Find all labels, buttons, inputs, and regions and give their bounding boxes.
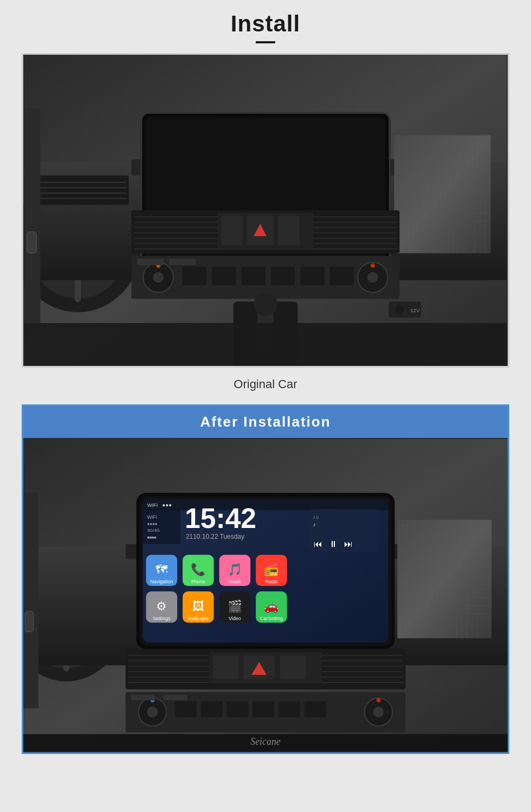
svg-text:⏭: ⏭ [344, 539, 353, 549]
svg-text:CarSetting: CarSetting [260, 616, 283, 621]
after-car-svg: WiFi ●●● 15:42 2110.10.22 Tuesday ♪♫ ♪ ⏮… [23, 438, 508, 752]
svg-rect-59 [212, 267, 236, 286]
svg-rect-169 [201, 701, 223, 718]
title-section: Install [231, 11, 300, 43]
svg-text:⚙: ⚙ [156, 600, 167, 613]
svg-text:Seicane: Seicane [250, 736, 281, 747]
svg-text:■■■■: ■■■■ [147, 536, 156, 539]
svg-text:📞: 📞 [191, 562, 206, 577]
svg-rect-173 [305, 701, 326, 718]
page-title: Install [231, 11, 300, 37]
svg-text:⏮: ⏮ [314, 539, 322, 549]
svg-text:Settings: Settings [153, 616, 171, 621]
svg-rect-62 [300, 267, 325, 286]
svg-rect-64 [137, 259, 163, 265]
svg-text:●●●: ●●● [162, 502, 172, 508]
svg-point-167 [377, 698, 381, 703]
svg-rect-33 [37, 176, 128, 205]
svg-rect-160 [280, 655, 306, 679]
svg-text:🎵: 🎵 [228, 562, 243, 577]
svg-text:♪♫: ♪♫ [313, 514, 319, 520]
svg-point-56 [367, 272, 378, 283]
title-underline [256, 41, 275, 43]
svg-rect-172 [279, 701, 300, 718]
svg-text:🚗: 🚗 [264, 599, 279, 614]
svg-rect-61 [271, 267, 295, 286]
svg-rect-58 [183, 267, 207, 286]
svg-point-57 [371, 263, 375, 268]
original-car-image: 12V [22, 53, 509, 368]
after-installation-header: After Installation [23, 406, 508, 438]
svg-text:2110.10.22  Tuesday: 2110.10.22 Tuesday [186, 533, 244, 540]
svg-text:Navigation: Navigation [150, 579, 173, 584]
after-installation-label: After Installation [200, 414, 331, 430]
section-wrapper: 12V Original Car After Installation [16, 53, 515, 754]
svg-text:♪: ♪ [313, 521, 315, 527]
svg-point-68 [254, 292, 277, 316]
after-car-image: WiFi ●●● 15:42 2110.10.22 Tuesday ♪♫ ♪ ⏮… [23, 438, 508, 752]
svg-text:WiFi: WiFi [147, 514, 157, 520]
original-car-svg: 12V [23, 55, 508, 366]
svg-text:●●●●: ●●●● [147, 521, 157, 526]
svg-text:⏸: ⏸ [329, 539, 338, 549]
svg-rect-65 [169, 259, 196, 265]
svg-rect-63 [330, 267, 354, 286]
svg-rect-47 [221, 216, 243, 245]
svg-rect-170 [226, 701, 248, 718]
svg-rect-175 [163, 695, 187, 700]
svg-text:🎬: 🎬 [228, 599, 243, 614]
svg-text:Wallpaper: Wallpaper [187, 616, 209, 621]
svg-rect-174 [131, 695, 156, 700]
svg-rect-171 [252, 701, 274, 718]
svg-text:🖼: 🖼 [192, 600, 204, 613]
svg-text:WiFi: WiFi [147, 502, 158, 508]
svg-text:3G/4G: 3G/4G [147, 528, 159, 533]
svg-rect-60 [241, 267, 266, 286]
svg-rect-168 [175, 701, 197, 718]
svg-rect-157 [213, 655, 239, 679]
svg-point-70 [395, 305, 404, 314]
page-container: Install [0, 0, 531, 776]
svg-text:📻: 📻 [264, 562, 279, 577]
svg-point-53 [153, 272, 164, 283]
after-installation-wrapper: After Installation [22, 404, 509, 754]
svg-rect-87 [143, 499, 388, 510]
svg-rect-72 [24, 323, 507, 366]
svg-rect-178 [23, 493, 38, 708]
svg-rect-179 [25, 611, 34, 632]
svg-text:🗺: 🗺 [156, 563, 168, 576]
svg-text:12V: 12V [410, 307, 420, 313]
svg-rect-74 [27, 232, 37, 254]
svg-text:Radio: Radio [265, 579, 277, 584]
svg-text:Music: Music [229, 579, 242, 584]
svg-rect-73 [24, 108, 41, 323]
svg-text:Video: Video [229, 616, 241, 621]
svg-text:Phone: Phone [191, 579, 205, 584]
svg-rect-50 [278, 216, 300, 245]
svg-point-163 [147, 707, 158, 718]
svg-text:15:42: 15:42 [185, 502, 256, 534]
original-car-caption: Original Car [234, 377, 297, 391]
svg-rect-127 [397, 520, 491, 639]
svg-point-166 [373, 707, 384, 718]
